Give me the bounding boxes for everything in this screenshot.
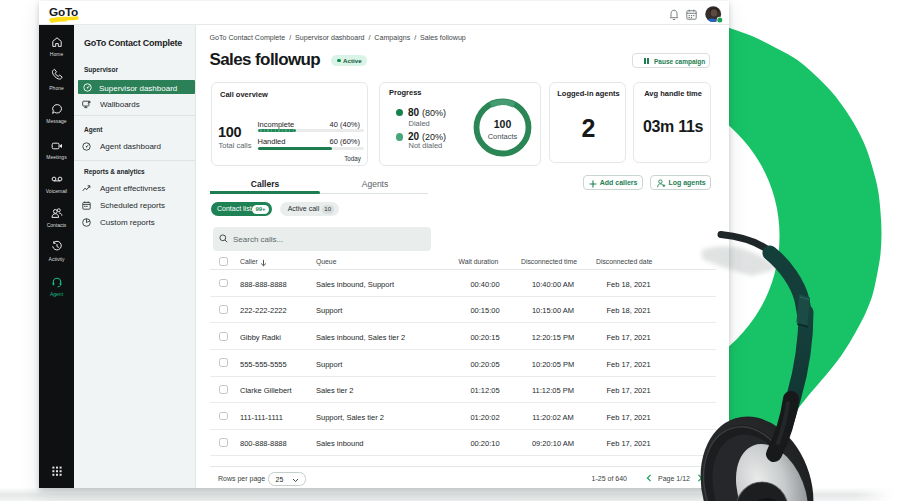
svg-text:GoTo: GoTo: [49, 5, 78, 19]
svg-text:Contacts: Contacts: [488, 132, 518, 141]
svg-text:100: 100: [494, 118, 512, 130]
